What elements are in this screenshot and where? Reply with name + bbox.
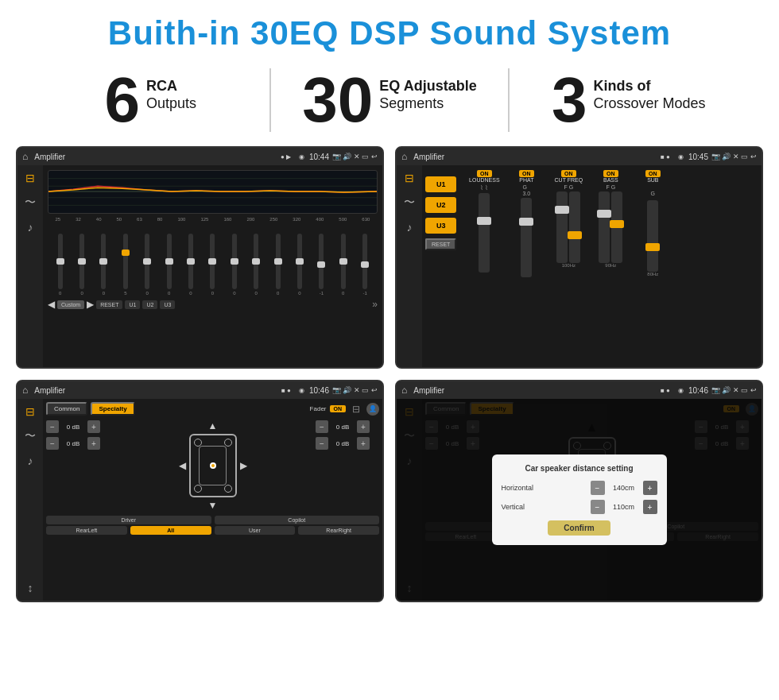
channel-name-loudness: LOUDNESS (469, 177, 500, 183)
divider-1 (269, 68, 271, 132)
vertical-minus-btn[interactable]: − (591, 500, 605, 514)
plus-btn-1[interactable]: + (87, 420, 100, 433)
copilot-btn[interactable]: Copilot (215, 516, 380, 524)
plus-btn-2[interactable]: + (87, 437, 100, 450)
app-title-2: Amplifier (413, 153, 657, 161)
fader-bottom: Driver Copilot (46, 516, 379, 524)
up-arrow[interactable]: ▲ (208, 420, 218, 431)
user-btn[interactable]: User (215, 526, 296, 535)
vertical-plus-btn[interactable]: + (643, 500, 657, 514)
equalizer-icon[interactable]: ⊟ (25, 172, 35, 184)
plus-btn-4[interactable]: + (357, 437, 370, 450)
sub-slider[interactable] (647, 200, 658, 272)
u3-btn-1[interactable]: U3 (160, 300, 175, 309)
driver-btn[interactable]: Driver (46, 516, 211, 524)
eq-bottom-bar: ◀ Custom ▶ RESET U1 U2 U3 » (48, 299, 378, 310)
u1-btn[interactable]: U1 (425, 176, 456, 192)
eq-slider-track-11[interactable] (297, 234, 302, 289)
waveform-icon[interactable]: 〜 (25, 195, 36, 210)
eq-slider-track-2[interactable] (101, 234, 106, 289)
prev-icon[interactable]: ◀ (48, 299, 55, 310)
u2-btn-1[interactable]: U2 (142, 300, 157, 309)
eq-slider-track-10[interactable] (276, 234, 281, 289)
equalizer-icon-3[interactable]: ⊟ (25, 405, 35, 418)
eq-slider-track-5[interactable] (167, 234, 172, 289)
custom-preset-btn[interactable]: Custom (57, 300, 84, 309)
bass-slider-1[interactable] (599, 191, 610, 263)
loudness-thumb (477, 217, 491, 225)
db-row-2: − 0 dB + (46, 437, 110, 450)
waveform-icon-2[interactable]: 〜 (404, 195, 415, 210)
screen-amp: ⌂ Amplifier ■ ● ◉ 10:45 📷 🔊 ✕ ▭ ↩ ⊟ 〜 ♪ … (395, 146, 763, 369)
u2-btn[interactable]: U2 (425, 197, 456, 213)
eq-slider-col-10: 0 (276, 234, 281, 296)
fader-slider-icon: ⊟ (352, 404, 360, 415)
volume-icon-3[interactable]: ↕ (28, 582, 33, 594)
minus-btn-4[interactable]: − (316, 437, 328, 450)
minus-btn-2[interactable]: − (46, 437, 59, 450)
waveform-icon-3[interactable]: 〜 (25, 429, 36, 443)
rearleft-btn[interactable]: RearLeft (46, 526, 127, 535)
equalizer-icon-2[interactable]: ⊟ (405, 172, 414, 184)
vertical-value: 110cm (608, 503, 640, 511)
loudness-slider[interactable] (479, 193, 490, 273)
on-badge-phat: ON (519, 170, 534, 177)
fader-panel: Common Specialty Fader ON ⊟ 👤 − 0 dB + (43, 399, 382, 601)
specialty-tab[interactable]: Specialty (91, 402, 134, 416)
u1-btn-1[interactable]: U1 (125, 300, 140, 309)
reset-btn-2[interactable]: RESET (425, 238, 456, 250)
u3-btn[interactable]: U3 (425, 218, 456, 234)
eq-slider-track-3[interactable] (123, 234, 128, 289)
eq-slider-track-7[interactable] (210, 234, 215, 289)
minus-btn-3[interactable]: − (316, 420, 328, 433)
eq-slider-col-9: 0 (254, 234, 258, 296)
next-icon[interactable]: ▶ (87, 299, 94, 310)
screen-fader: ⌂ Amplifier ■ ● ◉ 10:46 📷 🔊 ✕ ▭ ↩ ⊟ 〜 ♪ … (16, 380, 384, 602)
horizontal-plus-btn[interactable]: + (643, 481, 657, 495)
eq-slider-track-6[interactable] (188, 234, 193, 289)
eq-slider-track-13[interactable] (341, 234, 346, 289)
speaker-fr (224, 439, 232, 447)
right-arrow[interactable]: ▶ (240, 460, 247, 471)
minus-btn-1[interactable]: − (46, 420, 59, 433)
vertical-label: Vertical (502, 503, 549, 511)
cutfreq-slider-2[interactable] (569, 191, 580, 263)
eq-slider-val-12: -1 (320, 291, 324, 296)
eq-slider-track-4[interactable] (145, 234, 149, 289)
eq-freq-labels: 2532 4050 6380 100125 160200 250320 4005… (48, 217, 378, 222)
eq-slider-track-14[interactable] (362, 234, 367, 289)
eq-slider-track-1[interactable] (79, 234, 84, 289)
status-icons-1: 📷 🔊 ✕ ▭ ↩ (332, 153, 378, 160)
profile-icon[interactable]: 👤 (366, 403, 379, 416)
speaker-icon-2[interactable]: ♪ (407, 221, 413, 234)
eq-slider-track-8[interactable] (232, 234, 237, 289)
cutfreq-thumb-1 (555, 206, 569, 214)
eq-slider-track-12[interactable] (319, 234, 324, 289)
cutfreq-slider-1[interactable] (556, 191, 568, 263)
speaker-icon[interactable]: ♪ (28, 221, 33, 234)
more-icon[interactable]: » (372, 299, 378, 310)
down-arrow[interactable]: ▼ (208, 500, 218, 511)
all-btn[interactable]: All (130, 526, 211, 535)
rearright-btn[interactable]: RearRight (298, 526, 379, 535)
speaker-rr (224, 485, 232, 493)
speaker-icon-3[interactable]: ♪ (28, 454, 33, 467)
eq-slider-track-9[interactable] (254, 234, 258, 289)
confirm-button[interactable]: Confirm (548, 520, 610, 536)
common-tab[interactable]: Common (46, 402, 87, 416)
eq-slider-val-11: 0 (298, 291, 300, 296)
eq-slider-thumb-1 (78, 258, 86, 265)
left-arrow[interactable]: ◀ (179, 460, 186, 471)
eq-slider-track-0[interactable] (58, 234, 63, 289)
eq-slider-val-6: 0 (189, 291, 192, 296)
car-box (189, 434, 237, 497)
phat-slider[interactable] (521, 198, 532, 277)
bass-slider-2[interactable] (611, 191, 622, 263)
horizontal-minus-btn[interactable]: − (591, 481, 605, 495)
status-icons-3: 📷 🔊 ✕ ▭ ↩ (332, 386, 378, 394)
app-title-4: Amplifier (413, 386, 657, 395)
plus-btn-3[interactable]: + (357, 420, 370, 433)
reset-btn-1[interactable]: RESET (96, 300, 122, 309)
fader-on[interactable]: ON (330, 405, 347, 412)
fader-top: Common Specialty Fader ON ⊟ 👤 (46, 402, 379, 416)
